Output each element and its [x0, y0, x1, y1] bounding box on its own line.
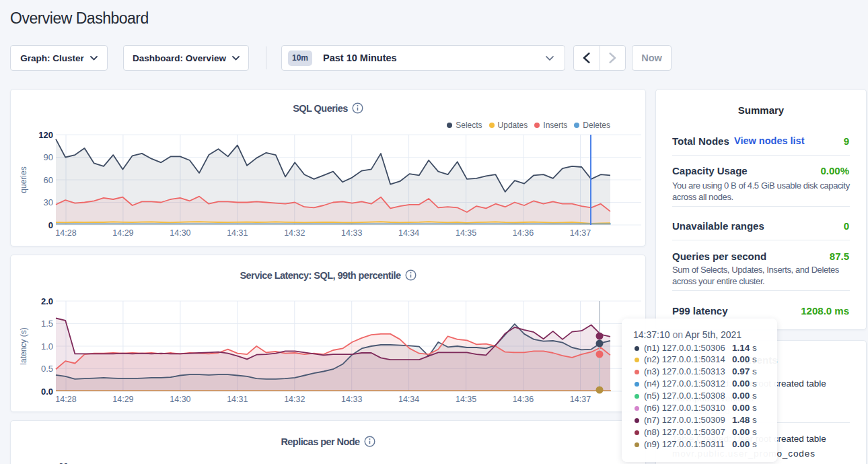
svg-text:2.0: 2.0 [41, 296, 53, 306]
svg-text:90: 90 [44, 152, 53, 162]
svg-text:14:30: 14:30 [170, 228, 190, 238]
svg-text:14:32: 14:32 [284, 395, 305, 404]
svg-text:14:29: 14:29 [112, 228, 133, 238]
svg-text:30: 30 [44, 197, 53, 207]
svg-text:14:33: 14:33 [341, 395, 362, 404]
svg-text:14:31: 14:31 [227, 395, 248, 404]
svg-text:0.0: 0.0 [41, 387, 53, 397]
svg-text:60: 60 [44, 175, 53, 185]
svg-text:120: 120 [38, 130, 53, 140]
svg-text:14:33: 14:33 [341, 228, 362, 238]
svg-text:14:36: 14:36 [513, 228, 534, 238]
svg-text:14:35: 14:35 [456, 395, 476, 404]
svg-text:latency (s): latency (s) [19, 327, 28, 364]
svg-text:14:30: 14:30 [170, 395, 190, 404]
svg-text:14:28: 14:28 [55, 228, 76, 238]
svg-text:14:35: 14:35 [456, 228, 476, 238]
svg-text:14:34: 14:34 [398, 228, 419, 238]
svg-text:queries: queries [19, 166, 28, 193]
svg-text:14:31: 14:31 [227, 228, 248, 238]
svg-text:1.5: 1.5 [41, 319, 53, 329]
svg-text:14:34: 14:34 [398, 395, 419, 404]
svg-text:14:37: 14:37 [570, 228, 591, 238]
svg-text:14:36: 14:36 [513, 395, 534, 404]
svg-text:14:32: 14:32 [284, 228, 305, 238]
svg-text:0: 0 [48, 220, 53, 230]
svg-text:1.0: 1.0 [41, 341, 53, 352]
svg-text:14:28: 14:28 [55, 395, 76, 404]
svg-text:14:37: 14:37 [570, 395, 591, 404]
svg-text:0.5: 0.5 [41, 364, 53, 374]
svg-text:14:29: 14:29 [112, 395, 133, 404]
